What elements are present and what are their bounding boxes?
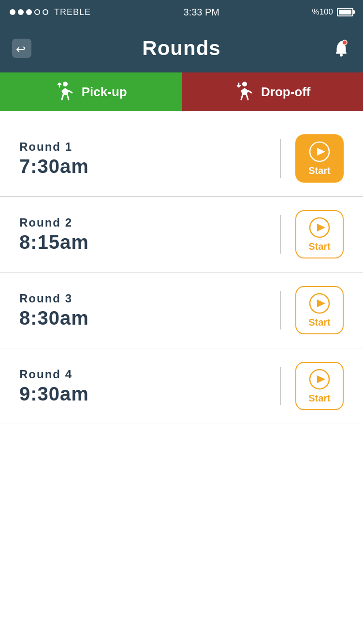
- round-info-2: Round 2 8:15am: [19, 216, 265, 253]
- svg-point-4: [342, 40, 347, 45]
- signal-dot-1: [10, 9, 15, 15]
- tab-pickup-label: Pick-up: [82, 85, 127, 100]
- start-button-1[interactable]: Start: [295, 134, 344, 183]
- status-bar: TREBLE 3:33 PM %100: [0, 0, 363, 24]
- svg-point-6: [242, 82, 247, 86]
- pickup-icon: [55, 81, 76, 102]
- signal-dot-2: [18, 9, 24, 15]
- start-button-2[interactable]: Start: [295, 210, 344, 258]
- signal-dot-4: [34, 9, 40, 15]
- carrier-name: TREBLE: [54, 7, 91, 17]
- rounds-list: Round 1 7:30am Start Round 2 8:15am: [0, 111, 363, 644]
- round-time-1: 7:30am: [19, 156, 265, 177]
- round-info-4: Round 4 9:30am: [19, 368, 265, 405]
- round-time-3: 8:30am: [19, 307, 265, 329]
- round-name-1: Round 1: [19, 140, 265, 154]
- round-name-3: Round 3: [19, 292, 265, 305]
- back-button[interactable]: ↩: [10, 36, 34, 60]
- battery-icon: [337, 8, 353, 16]
- round-item-4: Round 4 9:30am Start: [0, 348, 363, 424]
- signal-dot-3: [26, 9, 32, 15]
- play-icon-4: [309, 369, 330, 390]
- tab-pickup[interactable]: Pick-up: [0, 72, 182, 111]
- play-icon-3: [309, 293, 330, 314]
- battery-fill: [339, 10, 351, 14]
- svg-point-5: [63, 82, 68, 86]
- round-divider-2: [280, 215, 281, 254]
- svg-marker-8: [317, 148, 325, 156]
- notification-button[interactable]: [329, 36, 353, 60]
- round-time-4: 9:30am: [19, 383, 265, 405]
- round-item-3: Round 3 8:30am Start: [0, 272, 363, 348]
- start-button-4[interactable]: Start: [295, 362, 344, 410]
- svg-point-3: [340, 54, 343, 57]
- start-label-2: Start: [308, 241, 331, 252]
- header: ↩ Rounds: [0, 24, 363, 72]
- signal-dot-5: [43, 9, 48, 15]
- svg-marker-14: [317, 375, 325, 383]
- dropoff-icon: [234, 81, 255, 102]
- round-name-4: Round 4: [19, 368, 265, 381]
- start-label-1: Start: [308, 165, 331, 176]
- page-title: Rounds: [142, 37, 220, 60]
- tab-dropoff[interactable]: Drop-off: [182, 72, 363, 111]
- round-divider-3: [280, 291, 281, 329]
- tab-dropoff-label: Drop-off: [261, 85, 311, 100]
- start-button-3[interactable]: Start: [295, 286, 344, 334]
- round-info-1: Round 1 7:30am: [19, 140, 265, 177]
- tabs-container: Pick-up Drop-off: [0, 72, 363, 111]
- play-icon-1: [309, 141, 330, 162]
- start-label-3: Start: [308, 317, 331, 328]
- round-info-3: Round 3 8:30am: [19, 292, 265, 329]
- round-name-2: Round 2: [19, 216, 265, 229]
- back-icon: ↩: [12, 39, 31, 58]
- status-left: TREBLE: [10, 7, 91, 17]
- status-right: %100: [312, 7, 353, 17]
- status-time: 3:33 PM: [184, 7, 219, 18]
- start-label-4: Start: [308, 393, 331, 404]
- bell-icon: [332, 39, 350, 57]
- round-time-2: 8:15am: [19, 231, 265, 253]
- svg-rect-2: [336, 52, 347, 54]
- svg-marker-12: [317, 300, 325, 307]
- round-divider-4: [280, 367, 281, 405]
- round-item-2: Round 2 8:15am Start: [0, 197, 363, 272]
- svg-text:↩: ↩: [16, 43, 26, 56]
- battery-percentage: %100: [312, 7, 333, 17]
- round-divider-1: [280, 139, 281, 178]
- round-item-1: Round 1 7:30am Start: [0, 121, 363, 197]
- play-icon-2: [309, 217, 330, 238]
- signal-dots: [10, 9, 48, 15]
- svg-marker-10: [317, 224, 325, 231]
